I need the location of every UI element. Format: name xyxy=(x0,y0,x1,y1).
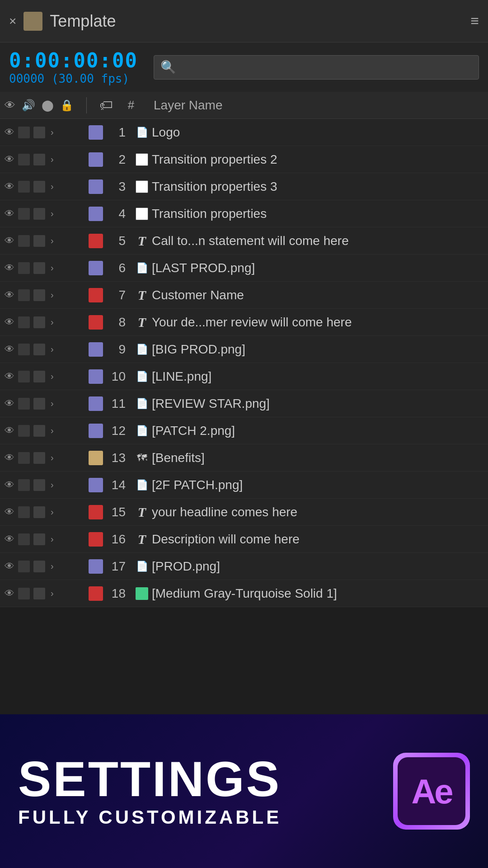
label-header-icon: 🏷 xyxy=(99,98,113,113)
table-row[interactable]: 👁 › 5TCall to...n statement will come he… xyxy=(0,227,488,255)
solo-toggle[interactable] xyxy=(33,479,45,491)
table-row[interactable]: 👁 › 3Transition properties 3 xyxy=(0,173,488,200)
table-row[interactable]: 👁 › 7TCustomer Name xyxy=(0,282,488,309)
table-row[interactable]: 👁 › 17📄[PROD.png] xyxy=(0,553,488,580)
eye-icon[interactable]: 👁 xyxy=(5,154,14,165)
table-row[interactable]: 👁 › 10📄[LINE.png] xyxy=(0,363,488,390)
eye-icon[interactable]: 👁 xyxy=(5,344,14,355)
audio-toggle[interactable] xyxy=(18,235,30,247)
expand-chevron[interactable]: › xyxy=(51,236,54,246)
table-row[interactable]: 👁 › 9📄[BIG PROD.png] xyxy=(0,336,488,363)
solo-toggle[interactable] xyxy=(33,154,45,165)
audio-toggle[interactable] xyxy=(18,344,30,355)
eye-icon[interactable]: 👁 xyxy=(5,127,14,138)
eye-icon[interactable]: 👁 xyxy=(5,289,14,301)
solid-white-icon xyxy=(136,208,148,220)
expand-chevron[interactable]: › xyxy=(51,290,54,300)
audio-toggle[interactable] xyxy=(18,289,30,301)
solo-toggle[interactable] xyxy=(33,398,45,410)
eye-icon[interactable]: 👁 xyxy=(5,561,14,572)
expand-chevron[interactable]: › xyxy=(51,453,54,463)
table-row[interactable]: 👁 › 15Tyour headline comes here xyxy=(0,499,488,526)
file-layer-icon: 📄 xyxy=(136,127,148,138)
table-row[interactable]: 👁 › 1📄Logo xyxy=(0,119,488,146)
eye-icon[interactable]: 👁 xyxy=(5,506,14,518)
eye-icon[interactable]: 👁 xyxy=(5,181,14,193)
expand-chevron[interactable]: › xyxy=(51,371,54,382)
expand-chevron[interactable]: › xyxy=(51,263,54,273)
solo-toggle[interactable] xyxy=(33,452,45,464)
eye-icon[interactable]: 👁 xyxy=(5,452,14,464)
eye-icon[interactable]: 👁 xyxy=(5,588,14,599)
eye-icon[interactable]: 👁 xyxy=(5,425,14,437)
solo-toggle[interactable] xyxy=(33,316,45,328)
table-row[interactable]: 👁 › 12📄[PATCH 2.png] xyxy=(0,417,488,444)
expand-chevron[interactable]: › xyxy=(51,534,54,544)
expand-chevron[interactable]: › xyxy=(51,561,54,571)
audio-toggle[interactable] xyxy=(18,316,30,328)
layer-color-label xyxy=(89,559,103,574)
expand-chevron[interactable]: › xyxy=(51,507,54,517)
expand-chevron[interactable]: › xyxy=(51,398,54,409)
table-row[interactable]: 👁 › 4Transition properties xyxy=(0,200,488,227)
audio-toggle[interactable] xyxy=(18,425,30,437)
eye-icon[interactable]: 👁 xyxy=(5,479,14,491)
table-row[interactable]: 👁 › 11📄[REVIEW STAR.png] xyxy=(0,390,488,417)
audio-toggle[interactable] xyxy=(18,181,30,193)
expand-chevron[interactable]: › xyxy=(51,480,54,490)
solo-toggle[interactable] xyxy=(33,235,45,247)
menu-icon[interactable]: ≡ xyxy=(470,13,479,29)
eye-icon[interactable]: 👁 xyxy=(5,316,14,328)
audio-toggle[interactable] xyxy=(18,127,30,138)
solo-toggle[interactable] xyxy=(33,127,45,138)
solo-toggle[interactable] xyxy=(33,425,45,437)
solo-toggle[interactable] xyxy=(33,344,45,355)
table-row[interactable]: 👁 › 8TYour de...mer review will come her… xyxy=(0,309,488,336)
expand-chevron[interactable]: › xyxy=(51,208,54,219)
expand-chevron[interactable]: › xyxy=(51,154,54,165)
audio-toggle[interactable] xyxy=(18,452,30,464)
solo-toggle[interactable] xyxy=(33,208,45,220)
timecode-value[interactable]: 0:00:00:00 xyxy=(9,49,154,72)
table-row[interactable]: 👁 › 14📄[2F PATCH.png] xyxy=(0,472,488,499)
solo-toggle[interactable] xyxy=(33,533,45,545)
table-row[interactable]: 👁 › 6📄[LAST PROD.png] xyxy=(0,255,488,282)
audio-toggle[interactable] xyxy=(18,533,30,545)
solo-toggle[interactable] xyxy=(33,561,45,572)
expand-chevron[interactable]: › xyxy=(51,588,54,599)
eye-icon[interactable]: 👁 xyxy=(5,235,14,247)
close-button[interactable]: × xyxy=(9,14,16,28)
table-row[interactable]: 👁 › 18[Medium Gray-Turquoise Solid 1] xyxy=(0,580,488,607)
solo-toggle[interactable] xyxy=(33,506,45,518)
audio-toggle[interactable] xyxy=(18,561,30,572)
audio-toggle[interactable] xyxy=(18,588,30,599)
expand-chevron[interactable]: › xyxy=(51,425,54,436)
solo-toggle[interactable] xyxy=(33,371,45,382)
search-box[interactable]: 🔍 xyxy=(154,55,479,80)
eye-icon[interactable]: 👁 xyxy=(5,208,14,220)
audio-toggle[interactable] xyxy=(18,506,30,518)
audio-toggle[interactable] xyxy=(18,479,30,491)
eye-icon[interactable]: 👁 xyxy=(5,398,14,410)
table-row[interactable]: 👁 › 2Transition properties 2 xyxy=(0,146,488,173)
expand-chevron[interactable]: › xyxy=(51,317,54,327)
audio-toggle[interactable] xyxy=(18,208,30,220)
audio-toggle[interactable] xyxy=(18,371,30,382)
search-input[interactable] xyxy=(181,60,472,74)
expand-chevron[interactable]: › xyxy=(51,181,54,192)
table-row[interactable]: 👁 › 13🗺[Benefits] xyxy=(0,444,488,472)
table-row[interactable]: 👁 › 16TDescription will come here xyxy=(0,526,488,553)
eye-icon[interactable]: 👁 xyxy=(5,533,14,545)
audio-toggle[interactable] xyxy=(18,262,30,274)
audio-toggle[interactable] xyxy=(18,398,30,410)
expand-chevron[interactable]: › xyxy=(51,127,54,137)
solo-toggle[interactable] xyxy=(33,588,45,599)
solo-toggle[interactable] xyxy=(33,181,45,193)
eye-icon[interactable]: 👁 xyxy=(5,371,14,382)
layer-number: 11 xyxy=(103,396,132,411)
solo-toggle[interactable] xyxy=(33,262,45,274)
audio-toggle[interactable] xyxy=(18,154,30,165)
solo-toggle[interactable] xyxy=(33,289,45,301)
expand-chevron[interactable]: › xyxy=(51,344,54,354)
eye-icon[interactable]: 👁 xyxy=(5,262,14,274)
